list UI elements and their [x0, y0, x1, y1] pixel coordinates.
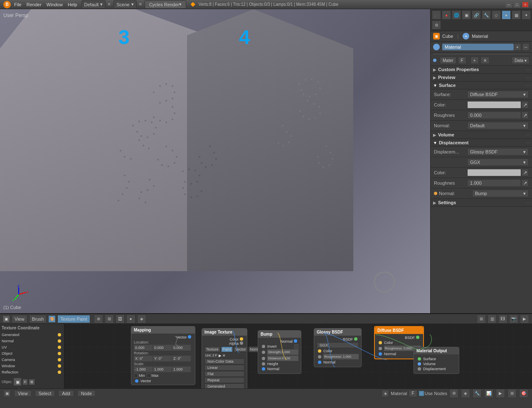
object-icon-small[interactable]: ▣ [13, 378, 22, 386]
disp-roughness-value[interactable]: 1.000 [467, 179, 521, 187]
statusbar-icon-7[interactable]: 🎯 [519, 389, 528, 398]
statusbar-icon-1[interactable]: ⚙ [449, 389, 458, 398]
normal2-dropdown[interactable]: Bump ▾ [472, 190, 529, 197]
overlay-icon-1[interactable]: ⊞ [477, 314, 486, 324]
max-checkbox[interactable] [147, 373, 151, 378]
tb-icon-5[interactable]: ◈ [137, 314, 146, 324]
select-label[interactable]: Select [35, 390, 55, 397]
texture-icon[interactable]: ▦ [512, 10, 521, 20]
from-dupli-toggle[interactable]: F [22, 379, 28, 385]
color-swatch[interactable] [467, 101, 521, 109]
material-name[interactable]: Material [442, 44, 514, 50]
overlay-icon-5[interactable]: ▶ [520, 314, 529, 324]
viewport-3d[interactable]: User Persp 3 4 X Y Z (1) Cube [0, 9, 430, 313]
tb-icon-3[interactable]: 🖼 [116, 314, 125, 324]
settings-section-header[interactable]: ▶ Settings ··· [431, 199, 532, 207]
loc-z[interactable]: 0.000 [172, 345, 191, 351]
plus-btn[interactable]: + [470, 57, 479, 64]
add-material-btn[interactable]: + [514, 43, 521, 51]
statusbar-icon-5[interactable]: ▶ [496, 389, 505, 398]
mater-btn[interactable]: Mater [440, 57, 456, 64]
linear-dropdown[interactable]: Linear [204, 365, 244, 371]
tb-icon-2[interactable]: ⊞ [105, 314, 114, 324]
roughness-expand-btn[interactable]: ↗ [521, 111, 529, 119]
render-icon[interactable]: 🎥 [432, 10, 441, 20]
scale-x[interactable]: -1.000 [134, 366, 153, 372]
loc-y[interactable]: 0.000 [153, 345, 172, 351]
from-dupli-toggle2[interactable]: ⊞ [29, 379, 35, 385]
data-dropdown[interactable]: Data ▾ [512, 57, 530, 64]
x-btn[interactable]: ✕ [480, 57, 490, 64]
physics-icon[interactable]: ⚙ [432, 20, 441, 30]
material-output-node[interactable]: Material Output Surface Volume Displacem… [414, 347, 459, 374]
rot-x[interactable]: X: 0° [134, 356, 153, 361]
custom-properties-section[interactable]: ▶ Custom Properties ··· [431, 66, 532, 74]
node-label[interactable]: Node [77, 390, 96, 397]
overlay-icon-4[interactable]: 📷 [509, 314, 518, 324]
material-tab-label[interactable]: Material [472, 34, 488, 39]
use-nodes-checkbox[interactable] [419, 391, 424, 396]
object-icon[interactable]: ▣ [462, 10, 471, 20]
disp-color-expand-btn[interactable]: ↗ [521, 169, 529, 176]
statusbar-icon-3[interactable]: 🔧 [473, 389, 482, 398]
flat-dropdown[interactable]: Flat [204, 371, 244, 377]
surface-section-header[interactable]: ▼ Surface ··· [431, 82, 532, 89]
remove-material-btn[interactable]: ─ [522, 43, 530, 51]
material-icon[interactable]: ● [502, 10, 511, 20]
disp-roughness-expand-btn[interactable]: ↗ [521, 179, 529, 187]
add-label[interactable]: Add [58, 390, 74, 397]
view-btn[interactable]: View [12, 315, 27, 323]
displacement-dropdown[interactable]: Glossy BSDF ▾ [467, 148, 529, 156]
color-expand-btn[interactable]: ↗ [521, 101, 529, 109]
distance-value[interactable]: Distance:0.100 [267, 356, 298, 361]
statusbar-f-btn[interactable]: F [409, 390, 417, 397]
volume-section-header[interactable]: ▶ Volume ··· [431, 131, 532, 139]
loc-x[interactable]: 0.000 [134, 345, 153, 351]
glossy-bsdf-node[interactable]: Glossy BSDF BSDF GGX Color Roughness: 1.… [314, 328, 362, 367]
overlay-icon-3[interactable]: 🎞 [498, 314, 507, 324]
non-color-dropdown[interactable]: Non-Color Data [204, 359, 244, 364]
disp-color-swatch[interactable] [467, 169, 521, 176]
data-icon[interactable]: ◇ [492, 10, 501, 20]
modifier-icon[interactable]: 🔧 [482, 10, 491, 20]
mat-context-icon[interactable]: ◈ [382, 390, 389, 397]
node-editor[interactable]: Texture Coordinate Generated Normal UV O… [0, 324, 532, 388]
glossy-roughness-value[interactable]: Roughness: 1.000 [323, 354, 359, 359]
texture-paint-btn[interactable]: Texture Paint [57, 315, 90, 323]
displacement-section-header[interactable]: ▼ Displacement ··· [431, 139, 532, 147]
tb-icon-4[interactable]: ● [126, 314, 135, 324]
mapping-node[interactable]: Mapping Vector Location: 0.000 0.000 0.0… [131, 326, 195, 385]
maximize-btn[interactable]: □ [514, 2, 520, 7]
render-engine-dropdown[interactable]: Cycles Render ▾ [145, 0, 186, 9]
view-label[interactable]: View [14, 390, 32, 397]
viewport-mode-icon[interactable]: ▣ [2, 315, 10, 323]
roughness-value[interactable]: 0.000 [467, 111, 521, 119]
brush-btn[interactable]: Brush [29, 315, 47, 323]
particles-icon[interactable]: ✦ [522, 10, 531, 20]
strength-value[interactable]: Strength:1.000 [267, 349, 298, 355]
close-btn[interactable]: × [522, 2, 529, 7]
scale-z[interactable]: 1.000 [172, 366, 191, 372]
invert-checkbox[interactable] [294, 344, 298, 349]
bump-node[interactable]: Bump Normal Invert Strength:1.000 D [258, 330, 301, 374]
statusbar-icon-6[interactable]: ⊞ [507, 389, 517, 398]
vector-btn[interactable]: Vector [234, 346, 248, 352]
tb-icon-1[interactable]: ⊕ [94, 314, 103, 324]
statusbar-icon[interactable]: ▣ [3, 390, 11, 397]
scene-dropdown[interactable]: Scene ▾ [113, 0, 136, 9]
f-btn[interactable]: F [458, 57, 466, 64]
preview-section[interactable]: ▶ Preview ··· [431, 74, 532, 82]
surface-dropdown[interactable]: Diffuse BSDF ▾ [467, 91, 529, 98]
rot-z[interactable]: Z: 0° [172, 356, 191, 361]
menu-file[interactable]: File [14, 2, 22, 7]
normal-dropdown[interactable]: Default ▾ [467, 122, 529, 129]
repeat-dropdown[interactable]: Repeat [204, 377, 244, 383]
overlay-icon-2[interactable]: ▥ [488, 314, 497, 324]
statusbar-icon-2[interactable]: ◈ [461, 389, 470, 398]
shader-area[interactable]: Mapping Vector Location: 0.000 0.000 0.0… [64, 324, 532, 388]
scene-icon[interactable]: 🔺 [442, 10, 451, 20]
minimize-btn[interactable]: ─ [505, 2, 512, 7]
menu-window[interactable]: Window [47, 2, 63, 7]
workspace-dropdown[interactable]: Default ▾ [81, 0, 106, 9]
texture-btn[interactable]: Texture [204, 346, 220, 352]
